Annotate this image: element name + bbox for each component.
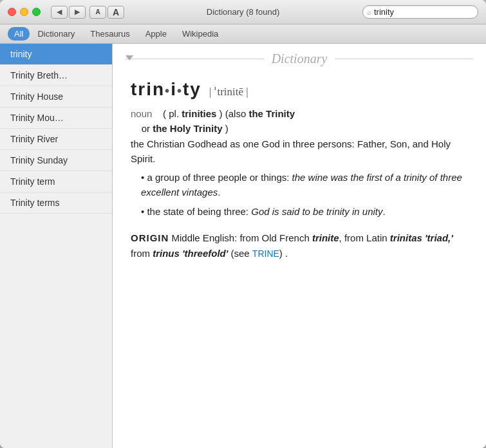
word-header: trin•i•ty | ˈtrinitē |: [131, 79, 468, 100]
sidebar-item-trinity-river[interactable]: Trinity River: [0, 129, 112, 150]
search-input[interactable]: [374, 7, 482, 17]
word-title: trin•i•ty: [131, 79, 201, 100]
sidebar-item-trinity-breth[interactable]: Trinity Breth…: [0, 65, 112, 86]
font-decrease-button[interactable]: A: [89, 6, 106, 19]
origin-latin2: trinus 'threefold': [153, 248, 228, 259]
part-of-speech: noun: [131, 108, 152, 119]
origin-end: ) .: [279, 248, 288, 259]
main-content: trinity Trinity Breth… Trinity House Tri…: [0, 44, 486, 448]
titlebar: ◀ ▶ A A Dictionary (8 found) ⌕ ✕: [0, 0, 486, 24]
tab-apple[interactable]: Apple: [138, 26, 174, 41]
tab-wikipedia[interactable]: Wikipedia: [174, 26, 226, 41]
origin-label: ORIGIN: [131, 232, 169, 243]
bullet-entry-2: • the state of being three: God is said …: [141, 204, 468, 219]
search-box[interactable]: ⌕ ✕: [362, 5, 478, 19]
tab-thesaurus[interactable]: Thesaurus: [82, 26, 137, 41]
back-button[interactable]: ◀: [51, 6, 68, 19]
sidebar-item-trinity[interactable]: trinity: [0, 44, 112, 65]
font-size-controls: A A: [89, 6, 124, 19]
dict-section-label: Dictionary: [264, 51, 335, 66]
font-increase-button[interactable]: A: [107, 6, 124, 19]
dictionary-content: Dictionary trin•i•ty | ˈtrinitē | noun (…: [113, 44, 486, 448]
close-button[interactable]: [8, 8, 16, 16]
origin-text1: Middle English: from Old French: [172, 232, 312, 243]
tab-dictionary[interactable]: Dictionary: [30, 26, 82, 41]
bullet2-intro: the state of being three:: [147, 206, 248, 217]
bullet1-intro: a group of three people or things:: [147, 172, 289, 183]
maximize-button[interactable]: [32, 8, 41, 16]
origin-block: ORIGIN Middle English: from Old French t…: [131, 230, 468, 261]
origin-latin1: trinitas 'triad,': [390, 232, 453, 243]
window-title: Dictionary (8 found): [207, 7, 279, 17]
toolbar: All Dictionary Thesaurus Apple Wikipedia: [0, 24, 486, 44]
entry-area: trin•i•ty | ˈtrinitē | noun ( pl. trinit…: [113, 69, 486, 277]
origin-text2: , from Latin: [339, 232, 390, 243]
collapse-triangle-icon[interactable]: [126, 55, 133, 61]
bullet2-example: God is said to be trinity in unity: [251, 206, 382, 217]
nav-arrows: ◀ ▶: [51, 6, 86, 19]
definition-main: the Christian Godhead as one God in thre…: [131, 138, 451, 164]
forward-button[interactable]: ▶: [69, 6, 86, 19]
tab-all[interactable]: All: [8, 27, 30, 41]
dict-header-line: Dictionary: [113, 51, 486, 66]
sidebar-item-trinity-sunday[interactable]: Trinity Sunday: [0, 150, 112, 171]
sidebar-item-trinity-mou[interactable]: Trinity Mou…: [0, 107, 112, 129]
origin-text3: from: [131, 248, 153, 259]
sidebar: trinity Trinity Breth… Trinity House Tri…: [0, 44, 113, 448]
minimize-button[interactable]: [20, 8, 28, 16]
sidebar-item-trinity-terms[interactable]: Trinity terms: [0, 192, 112, 214]
dict-section-header: Dictionary: [113, 44, 486, 69]
search-icon: ⌕: [367, 8, 371, 16]
bullet-entry-1: • a group of three people or things: the…: [141, 170, 468, 200]
sidebar-item-trinity-term[interactable]: Trinity term: [0, 171, 112, 192]
origin-french: trinite: [312, 232, 339, 243]
definition-block: noun ( pl. trinities ) (also the Trinity…: [131, 106, 468, 219]
pronunciation: | ˈtrinitē |: [209, 85, 248, 98]
also-bold2: the Holy Trinity: [153, 123, 222, 134]
also-bold1: the Trinity: [248, 108, 295, 119]
sidebar-item-trinity-house[interactable]: Trinity House: [0, 86, 112, 107]
traffic-lights: [8, 8, 41, 16]
app-window: ◀ ▶ A A Dictionary (8 found) ⌕ ✕ All Dic…: [0, 0, 486, 448]
origin-text4: (see: [228, 248, 252, 259]
plural-form: trinities: [182, 108, 216, 119]
origin-link-trine[interactable]: TRINE: [252, 248, 279, 259]
